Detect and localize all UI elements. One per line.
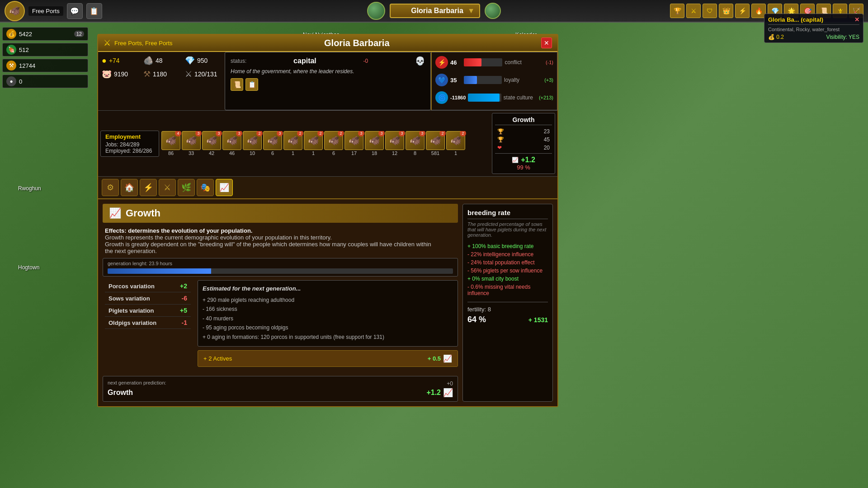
worker-slot-2[interactable]: 🐗 3 42	[202, 131, 221, 156]
culture-label: state culture	[504, 94, 537, 101]
resource-zero: ● 0	[2, 75, 88, 88]
stone-icon: 🪨	[143, 56, 153, 66]
city-selector[interactable]: Gloria Barbaria	[390, 4, 480, 18]
worker-img-14: 🐗 2	[446, 131, 465, 150]
top-bar: 🐗 Free Ports 💬 📋 Gloria Barbaria 🏆 ⚔ 🛡 👑…	[0, 0, 868, 23]
variations-table: Porcos variation +2 Sows variation -6 Pi…	[103, 280, 193, 368]
worker-badge-10: 3	[378, 131, 385, 136]
est-line-2: - 40 murders	[203, 314, 453, 323]
worker-img-1: 🐗 3	[182, 131, 201, 150]
estimated-panel: Estimated for the next generation... + 2…	[198, 280, 458, 347]
worker-slot-14[interactable]: 🐗 2 1	[446, 131, 465, 156]
worker-img-5: 🐗 3	[263, 131, 282, 150]
worker-slot-10[interactable]: 🐗 3 18	[365, 131, 384, 156]
trophy-silver-icon: 🏆	[497, 136, 504, 143]
worker-slot-5[interactable]: 🐗 3 6	[263, 131, 282, 156]
globe-icon[interactable]	[367, 2, 385, 20]
status-desc: Home of the government, where the leader…	[231, 68, 425, 75]
trophy-2[interactable]: ⚔	[686, 4, 701, 18]
loyalty-fill	[464, 76, 477, 84]
actives-bar[interactable]: + 2 Actives + 0.5 📈	[198, 350, 458, 367]
pred-icon: 📈	[443, 388, 453, 398]
culture-change: (+213)	[539, 95, 553, 100]
worker-slot-8[interactable]: 🐗 2 6	[324, 131, 343, 156]
tab-mask[interactable]: 🎭	[197, 179, 214, 196]
heart-icon: ❤	[497, 145, 502, 151]
stone-amount: 48	[156, 57, 163, 64]
gen-label: generation lenght: 23.9 hours	[108, 261, 453, 266]
worker-img-11: 🐗 3	[385, 131, 404, 150]
food-icon: 🍖	[6, 45, 16, 55]
var-row-piglets: Piglets variation +5	[105, 305, 191, 317]
pop-amount: 9190	[114, 70, 128, 78]
conflict-change: (-1)	[546, 60, 553, 65]
trophy-4[interactable]: 👑	[719, 4, 733, 18]
city-resources: ● +74 🪨 48 💎 950 🐷 9190 ⚒	[98, 52, 225, 110]
growth-row-2: 🏆 45	[495, 136, 552, 144]
breeding-stat-4: + 0% small city boost	[467, 275, 548, 283]
close-button[interactable]: ✕	[541, 38, 552, 48]
status-buttons: 📜 📋	[231, 78, 425, 91]
worker-slot-3[interactable]: 🐗 3 46	[222, 131, 241, 156]
worker-slot-11[interactable]: 🐗 3 12	[385, 131, 404, 156]
settings-icon[interactable]	[485, 3, 501, 19]
left-resource-panel: 💰 5422 12 🍖 512 ⚒ 12744 ● 0	[0, 25, 90, 90]
worker-img-0: 🐗 4	[161, 131, 180, 150]
tab-leaf[interactable]: 🌿	[178, 179, 195, 196]
effects-line1: Growth represents the current demographi…	[105, 234, 332, 241]
status-btn-2[interactable]: 📋	[245, 78, 258, 91]
diamond-amount: 950	[197, 57, 208, 64]
pct-plus: + 1531	[528, 316, 548, 324]
growth-chart-icon: 📈	[512, 157, 519, 163]
mini-map-panel: Gloria Ba... (capital) ✕ Continental, Ro…	[764, 14, 863, 43]
window-faction: ⚔ Free Ports, Free Ports	[104, 38, 173, 48]
tab-gear[interactable]: ⚙	[102, 179, 119, 196]
zero-value: 0	[19, 78, 22, 85]
mini-map-visibility: Visibility: YES	[826, 34, 859, 40]
tab-lightning[interactable]: ⚡	[140, 179, 157, 196]
trophy-gold-icon: 🏆	[497, 128, 504, 135]
worker-badge-4: 2	[256, 131, 263, 136]
worker-slot-6[interactable]: 🐗 2 1	[283, 131, 302, 156]
culture-row: 🌀 -11860 state culture (+213)	[434, 90, 555, 105]
est-line-4: + 0 aging in formations: 120 porcos in s…	[203, 333, 453, 342]
worker-slot-0[interactable]: 🐗 4 86	[161, 131, 180, 156]
worker-count-11: 12	[392, 150, 397, 156]
city-info-section: ● +74 🪨 48 💎 950 🐷 9190 ⚒	[98, 52, 557, 111]
pop-resource: 🐷 9190	[102, 69, 138, 79]
worker-slot-13[interactable]: 🐗 2 581	[426, 131, 445, 156]
effects-title: Effects: determines the evolution of you…	[105, 227, 252, 234]
generation-bar: generation lenght: 23.9 hours	[103, 258, 458, 277]
conflict-icon: ⚡	[435, 56, 448, 69]
worker-slot-7[interactable]: 🐗 2 1	[304, 131, 323, 156]
estimated-col: Estimated for the next generation... + 2…	[198, 280, 458, 371]
worker-slot-9[interactable]: 🐗 3 17	[344, 131, 363, 156]
menu-button[interactable]: 📋	[86, 3, 102, 19]
worker-slot-12[interactable]: 🐗 3 8	[406, 131, 425, 156]
actives-icon: 📈	[443, 354, 452, 363]
trophy-3[interactable]: 🛡	[703, 4, 717, 18]
military-resource: ⚔ 120/131	[185, 69, 221, 79]
est-line-1: - 166 sickness	[203, 305, 453, 314]
worker-slot-1[interactable]: 🐗 3 33	[182, 131, 201, 156]
breeding-desc: The predicted percentage of sows that wi…	[467, 221, 548, 238]
growth-panel-title: Growth	[495, 116, 552, 125]
tab-house[interactable]: 🏠	[121, 179, 138, 196]
status-btn-1[interactable]: 📜	[231, 78, 243, 91]
tab-growth[interactable]: 📈	[216, 179, 233, 196]
pred-label: next generation prediction:	[108, 380, 166, 385]
tab-sword[interactable]: ⚔	[159, 179, 176, 196]
var-row-porcos: Porcos variation +2	[105, 280, 191, 292]
mini-map-close[interactable]: ✕	[854, 16, 859, 23]
worker-count-3: 46	[229, 150, 235, 156]
worker-img-6: 🐗 2	[283, 131, 302, 150]
mini-map-icon: 💰 0.2	[768, 34, 784, 40]
worker-slot-4[interactable]: 🐗 2 10	[243, 131, 262, 156]
chat-button[interactable]: 💬	[67, 3, 83, 19]
worker-count-13: 581	[431, 150, 439, 156]
trophy-1[interactable]: 🏆	[670, 4, 684, 18]
top-bar-left: 🐗 Free Ports 💬 📋	[0, 1, 367, 21]
trophy-5[interactable]: ⚡	[735, 4, 750, 18]
worker-badge-3: 3	[236, 131, 242, 136]
conflict-value: 46	[450, 59, 462, 66]
